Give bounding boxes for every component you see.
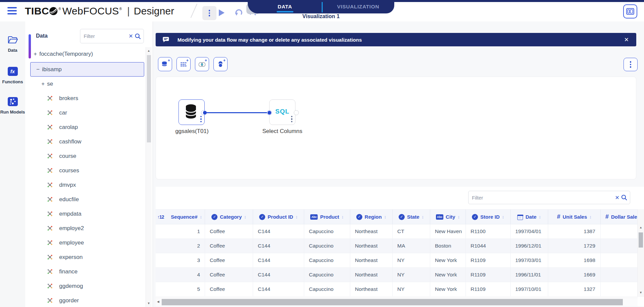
tree-node-ibisamp-selected[interactable]: − ibisamp bbox=[30, 62, 144, 77]
column-header[interactable]: Dollar Sales bbox=[601, 210, 638, 224]
logo-webfocus-text: WebFOCUS bbox=[62, 5, 119, 17]
scroll-left-icon[interactable]: ◀ bbox=[157, 300, 159, 303]
tree-item[interactable]: course bbox=[25, 149, 144, 163]
tree-node-foccache[interactable]: + foccache(Temporary) bbox=[34, 47, 93, 61]
union-button[interactable] bbox=[213, 57, 228, 71]
column-header[interactable]: Product ID bbox=[253, 210, 304, 224]
sidebar-item-data[interactable]: Data bbox=[0, 35, 25, 53]
sort-icon[interactable] bbox=[341, 214, 344, 219]
scrollbar-thumb[interactable] bbox=[147, 55, 151, 142]
table-cell: Northeast bbox=[350, 253, 393, 267]
sort-icon[interactable] bbox=[590, 214, 592, 219]
table-cell: NY bbox=[393, 268, 430, 282]
output-port-empty[interactable] bbox=[294, 110, 299, 115]
data-panel-scrollbar[interactable]: ▲ ▼ bbox=[146, 47, 152, 307]
data-flow-canvas[interactable]: SQL ggsales(T01) Select Columns bbox=[156, 77, 636, 179]
scrollbar-thumb[interactable] bbox=[162, 299, 623, 305]
sort-icon[interactable] bbox=[384, 214, 387, 219]
table-row[interactable]: 5CoffeeC144CapuccinoNortheastNYNew YorkR… bbox=[156, 282, 638, 297]
grid-horizontal-scrollbar[interactable]: ◀ bbox=[156, 298, 638, 306]
sort-icon[interactable] bbox=[295, 214, 298, 219]
grid-filter-input[interactable] bbox=[469, 195, 614, 201]
column-header[interactable]: Region bbox=[350, 210, 393, 224]
synonym-icon bbox=[47, 182, 53, 188]
table-row[interactable]: 2CoffeeC144CapuccinoNortheastMABostonR10… bbox=[156, 239, 638, 253]
column-header[interactable]: Sequence# bbox=[156, 210, 205, 224]
join-button[interactable] bbox=[195, 57, 209, 71]
undo-icon[interactable] bbox=[234, 9, 244, 18]
hamburger-menu-icon[interactable] bbox=[7, 7, 17, 15]
node-kebab-icon[interactable] bbox=[291, 116, 293, 123]
table-row[interactable]: 1CoffeeC144CapuccinoNortheastCTNew Haven… bbox=[156, 224, 638, 239]
scroll-down-icon[interactable]: ▼ bbox=[146, 301, 152, 306]
input-port-dot[interactable] bbox=[268, 111, 271, 115]
synonym-icon bbox=[47, 254, 53, 260]
tab-visualization[interactable]: VISUALIZATION bbox=[322, 0, 394, 13]
tree-item[interactable]: ggorder bbox=[25, 293, 144, 307]
tree-item[interactable]: employe2 bbox=[25, 221, 144, 235]
synonym-icon bbox=[47, 139, 53, 144]
tree-item[interactable]: brokers bbox=[25, 91, 144, 105]
add-select-button[interactable] bbox=[176, 57, 191, 71]
tree-expander[interactable]: − bbox=[36, 66, 40, 73]
column-header[interactable]: Product bbox=[304, 210, 350, 224]
kebab-menu-icon[interactable] bbox=[202, 6, 216, 20]
tree-node-label: ibisamp bbox=[42, 66, 62, 73]
column-header[interactable]: Category bbox=[205, 210, 253, 224]
run-play-icon[interactable] bbox=[219, 9, 225, 16]
add-source-button[interactable] bbox=[158, 57, 172, 71]
tree-node-se[interactable]: + se bbox=[41, 77, 53, 91]
toggle-panel-button[interactable] bbox=[623, 4, 637, 18]
close-x-icon[interactable] bbox=[622, 36, 631, 44]
synonym-icon bbox=[47, 168, 53, 173]
sort-icon[interactable] bbox=[539, 214, 541, 219]
column-header[interactable]: State bbox=[393, 210, 430, 224]
tree-item[interactable]: experson bbox=[25, 250, 144, 264]
clear-x-icon[interactable] bbox=[614, 194, 620, 201]
tree-item[interactable]: educfile bbox=[25, 192, 144, 207]
sort-icon[interactable] bbox=[502, 214, 505, 219]
tree-item[interactable]: employee bbox=[25, 235, 144, 250]
sidebar-item-run-models[interactable]: Run Models bbox=[0, 96, 25, 115]
output-port-dot[interactable] bbox=[203, 111, 207, 115]
sidebar-item-functions[interactable]: Functions bbox=[0, 66, 25, 84]
table-row[interactable]: 3CoffeeC144CapuccinoNortheastNYNew YorkR… bbox=[156, 253, 638, 268]
grid-body: 1CoffeeC144CapuccinoNortheastCTNew Haven… bbox=[156, 224, 638, 297]
sort-icon[interactable] bbox=[422, 214, 424, 219]
tree-expander[interactable]: + bbox=[41, 81, 45, 87]
search-icon[interactable] bbox=[134, 33, 144, 39]
scroll-up-icon[interactable]: ▲ bbox=[638, 225, 644, 230]
data-filter-input[interactable] bbox=[80, 33, 128, 39]
tree-item[interactable]: ggdemog bbox=[25, 279, 144, 293]
column-header[interactable]: Date bbox=[511, 210, 548, 224]
tree-item[interactable]: finance bbox=[25, 264, 144, 279]
search-icon[interactable] bbox=[620, 194, 630, 201]
scrollbar-thumb[interactable] bbox=[639, 232, 643, 248]
table-row[interactable]: 4CoffeeC144CapuccinoNortheastNYNew YorkR… bbox=[156, 268, 638, 282]
sort-icon[interactable] bbox=[457, 214, 460, 219]
sort-icon[interactable] bbox=[200, 214, 202, 219]
message-bubble-icon bbox=[162, 37, 169, 43]
tree-expander[interactable]: + bbox=[34, 51, 37, 57]
tree-item[interactable]: carolap bbox=[25, 120, 144, 134]
tree-item[interactable]: empdata bbox=[25, 207, 144, 221]
tree-item[interactable]: dmvpx bbox=[25, 178, 144, 192]
table-cell: New Haven bbox=[430, 224, 466, 238]
table-cell: Coffee bbox=[205, 239, 253, 253]
tree-item[interactable]: cashflow bbox=[25, 134, 144, 149]
grid-vertical-scrollbar[interactable]: ▲ ▼ bbox=[637, 209, 644, 297]
logo-tibco-text: TIBC bbox=[25, 5, 49, 17]
sort-icon[interactable] bbox=[244, 214, 246, 219]
flow-options-kebab-button[interactable] bbox=[623, 58, 638, 71]
scroll-up-icon[interactable]: ▲ bbox=[146, 48, 152, 53]
synonym-icon bbox=[47, 95, 53, 101]
column-header[interactable]: Store ID bbox=[466, 210, 511, 224]
column-header[interactable]: Unit Sales bbox=[548, 210, 601, 224]
tree-item[interactable]: car bbox=[25, 105, 144, 120]
node-kebab-icon[interactable] bbox=[200, 116, 202, 123]
clear-x-icon[interactable] bbox=[128, 33, 134, 39]
sql-node[interactable]: SQL bbox=[269, 99, 295, 125]
column-header[interactable]: City bbox=[430, 210, 466, 224]
scroll-down-icon[interactable]: ▼ bbox=[638, 290, 644, 295]
tree-item[interactable]: courses bbox=[25, 163, 144, 178]
